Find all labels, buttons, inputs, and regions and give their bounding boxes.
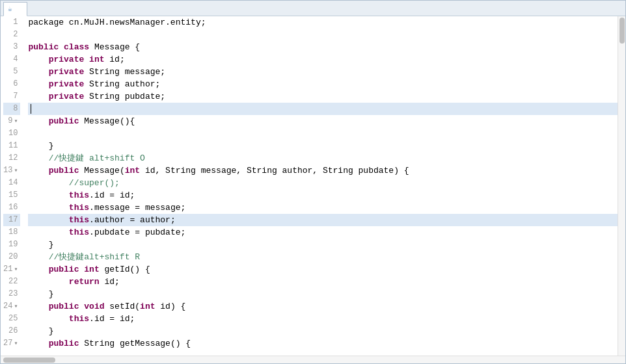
line-number: 15 bbox=[3, 189, 20, 202]
editor-window: ☕ 123456789▾10111213▾1415161718192021▾22… bbox=[0, 0, 626, 364]
code-line: this.pubdate = pubdate; bbox=[28, 226, 618, 239]
code-line: } bbox=[28, 239, 618, 251]
horizontal-scroll-thumb[interactable] bbox=[3, 358, 55, 363]
line-numbers: 123456789▾10111213▾1415161718192021▾2223… bbox=[1, 16, 25, 356]
line-number: 21▾ bbox=[3, 263, 20, 276]
java-file-icon: ☕ bbox=[8, 5, 12, 13]
code-line: public Message(int id, String message, S… bbox=[28, 164, 618, 177]
code-line: private int id; bbox=[28, 53, 618, 66]
line-number: 6 bbox=[3, 78, 20, 90]
line-number: 5 bbox=[3, 66, 20, 78]
code-line: private String author; bbox=[28, 78, 618, 90]
vertical-scrollbar[interactable] bbox=[618, 16, 625, 356]
line-number: 13▾ bbox=[3, 164, 20, 177]
tab-bar: ☕ bbox=[1, 1, 625, 16]
code-line: private String pubdate; bbox=[28, 90, 618, 103]
code-line bbox=[28, 127, 618, 140]
code-line: private String message; bbox=[28, 66, 618, 78]
code-line: this.author = author; bbox=[28, 214, 618, 226]
line-number: 24▾ bbox=[3, 300, 20, 313]
code-line: } bbox=[28, 325, 618, 337]
line-number: 11 bbox=[3, 140, 20, 152]
line-number: 1 bbox=[3, 16, 20, 29]
line-number: 22 bbox=[3, 276, 20, 288]
line-number: 9▾ bbox=[3, 115, 20, 127]
line-number: 20 bbox=[3, 251, 20, 263]
code-line: this.id = id; bbox=[28, 189, 618, 202]
horizontal-scrollbar[interactable] bbox=[1, 356, 625, 363]
code-line: this.id = id; bbox=[28, 313, 618, 325]
line-number: 4 bbox=[3, 53, 20, 66]
line-number: 10 bbox=[3, 127, 20, 140]
code-line: package cn.MuJH.newsManager.entity; bbox=[28, 16, 618, 29]
line-number: 25 bbox=[3, 313, 20, 325]
scroll-thumb[interactable] bbox=[619, 18, 625, 44]
line-number: 26 bbox=[3, 325, 20, 337]
code-line: public String getMessage() { bbox=[28, 337, 618, 350]
code-line: //快捷鍵alt+shift R bbox=[28, 251, 618, 263]
code-area: 123456789▾10111213▾1415161718192021▾2223… bbox=[1, 16, 625, 356]
code-line: } bbox=[28, 140, 618, 152]
code-line: public int getId() { bbox=[28, 263, 618, 276]
line-number: 12 bbox=[3, 152, 20, 164]
code-line: } bbox=[28, 288, 618, 300]
code-line: //super(); bbox=[28, 177, 618, 189]
code-line: public class Message { bbox=[28, 41, 618, 53]
code-line: //快捷鍵 alt+shift O bbox=[28, 152, 618, 164]
code-line: return id; bbox=[28, 276, 618, 288]
line-number: 8 bbox=[3, 103, 20, 115]
code-content[interactable]: package cn.MuJH.newsManager.entity;publi… bbox=[25, 16, 618, 356]
editor-tab[interactable]: ☕ bbox=[3, 2, 27, 16]
code-line: public Message(){ bbox=[28, 115, 618, 127]
line-number: 2 bbox=[3, 29, 20, 41]
code-line: public void setId(int id) { bbox=[28, 300, 618, 313]
line-number: 19 bbox=[3, 239, 20, 251]
line-number: 7 bbox=[3, 90, 20, 103]
line-number: 17 bbox=[3, 214, 20, 226]
line-number: 3 bbox=[3, 41, 20, 53]
line-number: 14 bbox=[3, 177, 20, 189]
code-line bbox=[28, 29, 618, 41]
line-number: 27▾ bbox=[3, 337, 20, 350]
code-line bbox=[28, 103, 618, 115]
line-number: 23 bbox=[3, 288, 20, 300]
line-number: 18 bbox=[3, 226, 20, 239]
code-line: this.message = message; bbox=[28, 202, 618, 214]
line-number: 16 bbox=[3, 202, 20, 214]
